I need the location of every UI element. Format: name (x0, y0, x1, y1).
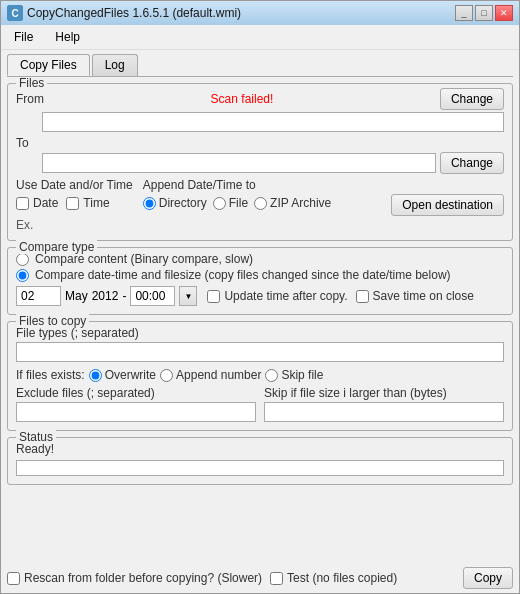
compare-option1-row: Compare content (Binary compare, slow) (16, 252, 504, 266)
ex-row: Ex. (16, 218, 504, 232)
skip-file-radio-item[interactable]: Skip file (265, 368, 323, 382)
from-label: From (16, 92, 44, 106)
window-title: CopyChangedFiles 1.6.5.1 (default.wmi) (27, 6, 455, 20)
time-checkbox[interactable] (66, 197, 79, 210)
status-text: Ready! (16, 442, 504, 456)
test-checkbox[interactable] (270, 572, 283, 585)
status-group: Status Ready! (7, 437, 513, 485)
datetime-row: May 2012 - ▼ Update time after copy. Sav… (16, 286, 504, 306)
files-group-label: Files (16, 77, 47, 90)
compare-datetime-radio[interactable] (16, 269, 29, 282)
progress-bar (16, 460, 504, 476)
append-number-radio-item[interactable]: Append number (160, 368, 261, 382)
file-radio-label: File (229, 196, 248, 210)
date-month-value: May (65, 289, 88, 303)
directory-radio[interactable] (143, 197, 156, 210)
to-input[interactable] (42, 153, 436, 173)
title-bar: C CopyChangedFiles 1.6.5.1 (default.wmi)… (1, 1, 519, 25)
ex-label: Ex. (16, 218, 33, 232)
rescan-label: Rescan from folder before copying? (Slow… (24, 571, 262, 585)
date-checkbox[interactable] (16, 197, 29, 210)
append-datetime-group: Append Date/Time to Directory File ZI (143, 178, 332, 210)
bottom-bar: Rescan from folder before copying? (Slow… (1, 563, 519, 593)
date-separator: - (122, 289, 126, 303)
append-number-label: Append number (176, 368, 261, 382)
file-types-input[interactable] (16, 342, 504, 362)
time-checkbox-label: Time (83, 196, 109, 210)
to-input-row: Change (16, 152, 504, 174)
minimize-button[interactable]: _ (455, 5, 473, 21)
menu-help[interactable]: Help (46, 27, 89, 47)
if-files-exists-label: If files exists: (16, 368, 85, 382)
append-datetime-label: Append Date/Time to (143, 178, 332, 192)
compare-datetime-label: Compare date-time and filesize (copy fil… (35, 268, 451, 282)
exclude-files-label: Exclude files (; separated) (16, 386, 256, 400)
zip-radio-item[interactable]: ZIP Archive (254, 196, 331, 210)
skip-size-col: Skip if file size i larger than (bytes) (264, 386, 504, 422)
file-radio[interactable] (213, 197, 226, 210)
append-radio-group: Directory File ZIP Archive (143, 196, 332, 210)
use-datetime-label: Use Date and/or Time (16, 178, 133, 192)
date-day-input[interactable] (16, 286, 61, 306)
options-area: Use Date and/or Time Date Time Append D (16, 178, 504, 216)
overwrite-label: Overwrite (105, 368, 156, 382)
rescan-checkbox[interactable] (7, 572, 20, 585)
update-time-row: Update time after copy. (207, 289, 347, 303)
maximize-button[interactable]: □ (475, 5, 493, 21)
zip-radio[interactable] (254, 197, 267, 210)
from-input[interactable] (42, 112, 504, 132)
files-to-copy-label: Files to copy (16, 314, 89, 328)
tab-bar: Copy Files Log (1, 50, 519, 76)
exclude-files-input[interactable] (16, 402, 256, 422)
copy-button[interactable]: Copy (463, 567, 513, 589)
file-radio-item[interactable]: File (213, 196, 248, 210)
overwrite-radio[interactable] (89, 369, 102, 382)
compare-content-radio[interactable] (16, 253, 29, 266)
zip-radio-label: ZIP Archive (270, 196, 331, 210)
update-time-label: Update time after copy. (224, 289, 347, 303)
directory-radio-item[interactable]: Directory (143, 196, 207, 210)
main-content: Files From Scan failed! Change To Change (1, 77, 519, 563)
menu-file[interactable]: File (5, 27, 42, 47)
open-dest-container: Open destination (391, 178, 504, 216)
update-time-checkbox[interactable] (207, 290, 220, 303)
files-group: Files From Scan failed! Change To Change (7, 83, 513, 241)
menu-bar: File Help (1, 25, 519, 50)
compare-content-label: Compare content (Binary compare, slow) (35, 252, 253, 266)
save-time-checkbox[interactable] (356, 290, 369, 303)
tab-log[interactable]: Log (92, 54, 138, 76)
files-to-copy-group: Files to copy File types (; separated) I… (7, 321, 513, 431)
tab-copy-files[interactable]: Copy Files (7, 54, 90, 76)
time-check-row: Time (66, 196, 109, 210)
overwrite-radio-item[interactable]: Overwrite (89, 368, 156, 382)
compare-option2-row: Compare date-time and filesize (copy fil… (16, 268, 504, 282)
date-check-row: Date (16, 196, 58, 210)
close-button[interactable]: ✕ (495, 5, 513, 21)
date-time-checks: Date Time (16, 196, 133, 210)
skip-file-radio[interactable] (265, 369, 278, 382)
use-datetime-group: Use Date and/or Time Date Time (16, 178, 133, 210)
skip-size-input[interactable] (264, 402, 504, 422)
skip-size-label: Skip if file size i larger than (bytes) (264, 386, 504, 400)
compare-type-group: Compare type Compare content (Binary com… (7, 247, 513, 315)
skip-file-label: Skip file (281, 368, 323, 382)
rescan-row: Rescan from folder before copying? (Slow… (7, 571, 262, 585)
to-label: To (16, 136, 38, 150)
if-exists-row: If files exists: Overwrite Append number… (16, 368, 504, 382)
compare-type-label: Compare type (16, 240, 97, 254)
app-icon: C (7, 5, 23, 21)
datetime-dropdown-button[interactable]: ▼ (179, 286, 197, 306)
exclude-col: Exclude files (; separated) (16, 386, 256, 422)
from-change-button[interactable]: Change (440, 88, 504, 110)
time-input[interactable] (130, 286, 175, 306)
date-year-value: 2012 (92, 289, 119, 303)
scan-failed-label: Scan failed! (48, 92, 436, 106)
to-label-row: To (16, 136, 504, 150)
open-destination-button[interactable]: Open destination (391, 194, 504, 216)
to-change-button[interactable]: Change (440, 152, 504, 174)
append-number-radio[interactable] (160, 369, 173, 382)
from-row: From Scan failed! Change (16, 88, 504, 110)
main-window: C CopyChangedFiles 1.6.5.1 (default.wmi)… (0, 0, 520, 594)
from-input-row (16, 112, 504, 132)
test-row: Test (no files copied) (270, 571, 397, 585)
